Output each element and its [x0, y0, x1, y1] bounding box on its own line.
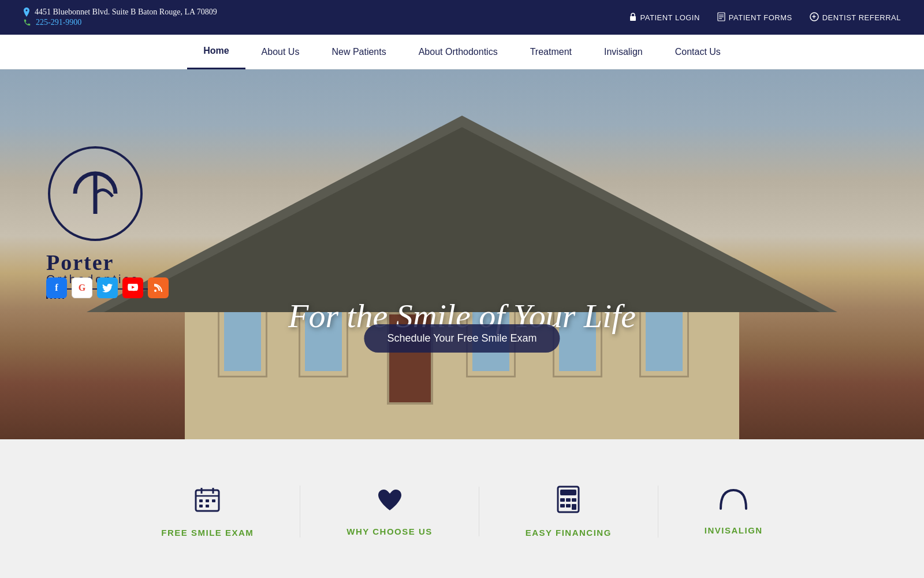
nav-about-us[interactable]: About Us: [245, 35, 316, 69]
invisalign-card[interactable]: INVISALIGN: [658, 488, 809, 535]
patient-login-link[interactable]: PATIENT LOGIN: [629, 12, 700, 23]
svg-rect-18: [206, 505, 209, 507]
invisalign-label: INVISALIGN: [705, 525, 763, 535]
phone-icon: [23, 18, 31, 27]
svg-rect-22: [566, 498, 571, 502]
hero-section: Porter Orthodontics f G For the Smile of…: [0, 69, 924, 439]
roof-inner: [104, 127, 820, 312]
arch-icon: [718, 488, 748, 516]
calendar-icon: [193, 486, 221, 518]
contact-info: 4451 Bluebonnet Blvd. Suite B Baton Roug…: [23, 8, 217, 27]
svg-rect-20: [560, 490, 576, 495]
svg-rect-26: [572, 504, 576, 510]
lock-icon-svg: [629, 12, 637, 23]
hero-logo: Porter Orthodontics: [46, 144, 150, 299]
google-icon[interactable]: G: [72, 277, 92, 298]
free-smile-card[interactable]: FREE SMILE EXAM: [115, 486, 300, 538]
forms-icon-svg: [717, 12, 725, 23]
social-icons: f G: [46, 277, 169, 298]
nav-about-orthodontics[interactable]: About Orthodontics: [403, 35, 514, 69]
dentist-referral-link[interactable]: + DENTIST REFERRAL: [810, 12, 901, 23]
main-nav: Home About Us New Patients About Orthodo…: [0, 35, 924, 69]
logo-svg: [46, 144, 144, 243]
svg-rect-25: [566, 504, 571, 507]
phone-line[interactable]: 225-291-9900: [23, 18, 217, 27]
nav-invisalign[interactable]: Invisalign: [588, 35, 659, 69]
svg-rect-0: [630, 16, 636, 21]
svg-rect-16: [212, 499, 215, 502]
top-nav-links: PATIENT LOGIN PATIENT FORMS + DENTIST R: [629, 12, 901, 23]
rss-icon[interactable]: [148, 277, 169, 298]
referral-icon-svg: +: [810, 12, 819, 23]
bottom-cards: FREE SMILE EXAM WHY CHOOSE US EASY FINAN…: [0, 439, 924, 578]
twitter-icon[interactable]: [97, 277, 118, 298]
patient-forms-link[interactable]: PATIENT FORMS: [717, 12, 792, 23]
svg-point-9: [154, 290, 157, 292]
logo-name: Porter: [46, 250, 150, 275]
svg-rect-21: [560, 498, 565, 502]
free-smile-label: FREE SMILE EXAM: [161, 528, 254, 538]
nav-contact-us[interactable]: Contact Us: [659, 35, 737, 69]
nav-home[interactable]: Home: [187, 35, 245, 69]
why-choose-card[interactable]: WHY CHOOSE US: [300, 487, 479, 536]
facebook-icon[interactable]: f: [46, 277, 67, 298]
easy-financing-card[interactable]: EASY FINANCING: [479, 486, 658, 538]
address-line: 4451 Bluebonnet Blvd. Suite B Baton Roug…: [23, 8, 217, 17]
heart-icon: [376, 487, 404, 517]
svg-rect-24: [560, 504, 565, 507]
schedule-exam-button[interactable]: Schedule Your Free Smile Exam: [364, 324, 560, 353]
youtube-icon[interactable]: [122, 277, 143, 298]
nav-new-patients[interactable]: New Patients: [315, 35, 402, 69]
svg-rect-14: [199, 499, 203, 502]
svg-rect-15: [206, 499, 209, 502]
easy-financing-label: EASY FINANCING: [526, 528, 612, 538]
svg-rect-17: [199, 505, 203, 507]
why-choose-label: WHY CHOOSE US: [346, 527, 432, 536]
location-icon: [23, 8, 30, 17]
top-bar: 4451 Bluebonnet Blvd. Suite B Baton Roug…: [0, 0, 924, 35]
nav-treatment[interactable]: Treatment: [514, 35, 588, 69]
calculator-icon: [556, 486, 581, 518]
svg-text:+: +: [812, 13, 817, 21]
svg-rect-23: [572, 498, 576, 502]
